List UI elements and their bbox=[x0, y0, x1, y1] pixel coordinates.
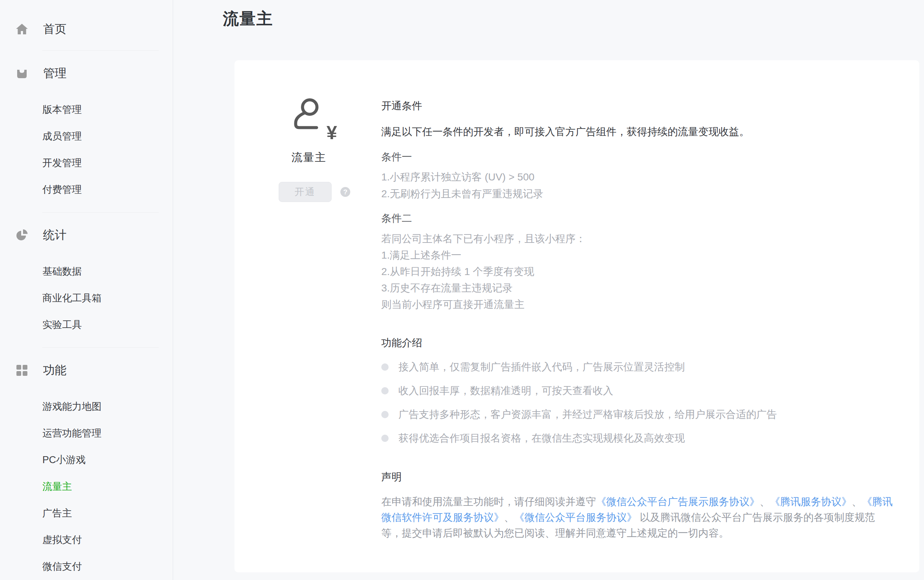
bullet-dot-icon bbox=[381, 411, 389, 418]
feature-summary-column: ¥ 流量主 开通 ? bbox=[279, 97, 388, 202]
pie-chart-icon bbox=[15, 229, 28, 242]
bullet-dot-icon bbox=[381, 435, 389, 442]
sidebar-item-monetization-toolbox[interactable]: 商业化工具箱 bbox=[0, 285, 173, 311]
traffic-master-card: ¥ 流量主 开通 ? 开通条件 满足以下任一条件的开发者，即可接入官方广告组件，… bbox=[234, 60, 919, 572]
condition2-lead: 若同公司主体名下已有小程序，且该小程序： bbox=[381, 231, 900, 247]
sidebar-divider bbox=[42, 50, 159, 51]
traffic-master-icon: ¥ bbox=[291, 97, 340, 138]
sidebar-item-stats[interactable]: 统计 bbox=[0, 224, 173, 247]
main-content: 流量主 ¥ 流量主 开通 ? 开通条件 满足以下任一条件的开发者，即可接入官方广… bbox=[173, 0, 924, 580]
condition2-title: 条件二 bbox=[381, 211, 900, 225]
agreement-link-mp-platform[interactable]: 《微信公众平台服务协议》 bbox=[514, 512, 637, 523]
sidebar-item-basic-data[interactable]: 基础数据 bbox=[0, 258, 173, 285]
condition1-item: 2.无刷粉行为且未曾有严重违规记录 bbox=[381, 186, 900, 202]
statement-separator: 、 bbox=[852, 496, 862, 508]
sidebar-item-game-capability-map[interactable]: 游戏能力地图 bbox=[0, 393, 173, 420]
page-title: 流量主 bbox=[223, 8, 273, 30]
open-conditions-intro: 满足以下任一条件的开发者，即可接入官方广告组件，获得持续的流量变现收益。 bbox=[381, 125, 900, 139]
statement-separator: 、 bbox=[760, 496, 770, 508]
feature-list-item: 收入回报丰厚，数据精准透明，可按天查看收入 bbox=[381, 379, 900, 402]
statement-paragraph: 在申请和使用流量主功能时，请仔细阅读并遵守《微信公众平台广告展示服务协议》、《腾… bbox=[381, 494, 893, 541]
statement-title: 声明 bbox=[381, 470, 900, 484]
sidebar: 首页 管理 版本管理 成员管理 开发管理 付费管理 统计 基础数据 商业化工具箱… bbox=[0, 0, 173, 580]
condition2-tail: 则当前小程序可直接开通流量主 bbox=[381, 296, 900, 313]
sidebar-item-label: 统计 bbox=[43, 227, 66, 243]
sidebar-item-pc-minigame[interactable]: PC小游戏 bbox=[0, 447, 173, 473]
bullet-dot-icon bbox=[381, 387, 389, 394]
sidebar-item-home[interactable]: 首页 bbox=[0, 18, 173, 41]
agreement-link-ad-display[interactable]: 《微信公众平台广告展示服务协议》 bbox=[596, 496, 760, 508]
feature-list-item: 广告支持多种形态，客户资源丰富，并经过严格审核后投放，给用户展示合适的广告 bbox=[381, 402, 900, 426]
sidebar-item-experiment-tools[interactable]: 实验工具 bbox=[0, 311, 173, 338]
sidebar-item-pay-manage[interactable]: 付费管理 bbox=[0, 176, 173, 203]
sidebar-item-features[interactable]: 功能 bbox=[0, 359, 173, 382]
condition1-list: 1.小程序累计独立访客 (UV) > 500 2.无刷粉行为且未曾有严重违规记录 bbox=[381, 169, 900, 202]
person-outline-icon bbox=[291, 97, 327, 133]
feature-list-item: 获得优选合作项目报名资格，在微信生态实现规模化及高效变现 bbox=[381, 426, 900, 450]
sidebar-item-dev-manage[interactable]: 开发管理 bbox=[0, 149, 173, 176]
sidebar-divider bbox=[42, 347, 159, 348]
home-icon bbox=[15, 23, 28, 36]
feature-list-item: 接入简单，仅需复制广告插件嵌入代码，广告展示位置灵活控制 bbox=[381, 355, 900, 379]
sidebar-item-label: 首页 bbox=[43, 21, 66, 37]
condition2-item: 3.历史不存在流量主违规记录 bbox=[381, 280, 900, 296]
open-conditions-title: 开通条件 bbox=[381, 99, 900, 113]
feature-name-label: 流量主 bbox=[292, 150, 388, 165]
sidebar-item-version-manage[interactable]: 版本管理 bbox=[0, 96, 173, 123]
sidebar-divider bbox=[42, 212, 159, 213]
bullet-dot-icon bbox=[381, 363, 389, 371]
condition2-item: 2.从昨日开始持续 1 个季度有变现 bbox=[381, 263, 900, 280]
sidebar-item-advertiser[interactable]: 广告主 bbox=[0, 500, 173, 526]
condition2-list: 若同公司主体名下已有小程序，且该小程序： 1.满足上述条件一 2.从昨日开始持续… bbox=[381, 231, 900, 313]
open-button[interactable]: 开通 bbox=[279, 182, 332, 202]
sidebar-item-manage[interactable]: 管理 bbox=[0, 62, 173, 85]
condition2-item: 1.满足上述条件一 bbox=[381, 247, 900, 263]
features-intro-title: 功能介绍 bbox=[381, 336, 900, 350]
sidebar-item-label: 管理 bbox=[43, 65, 66, 81]
sidebar-item-traffic-master[interactable]: 流量主 bbox=[0, 473, 173, 500]
yen-symbol: ¥ bbox=[326, 123, 337, 142]
statement-separator: 、 bbox=[504, 512, 514, 523]
statement-text: 在申请和使用流量主功能时，请仔细阅读并遵守 bbox=[381, 496, 596, 508]
grid-icon bbox=[15, 364, 28, 377]
sidebar-item-member-manage[interactable]: 成员管理 bbox=[0, 123, 173, 149]
condition1-item: 1.小程序累计独立访客 (UV) > 500 bbox=[381, 169, 900, 186]
sidebar-item-virtual-pay[interactable]: 虚拟支付 bbox=[0, 526, 173, 553]
help-icon[interactable]: ? bbox=[340, 187, 350, 197]
sidebar-item-operation-feature-manage[interactable]: 运营功能管理 bbox=[0, 420, 173, 447]
feature-detail-column: 开通条件 满足以下任一条件的开发者，即可接入官方广告组件，获得持续的流量变现收益… bbox=[381, 60, 900, 541]
condition1-title: 条件一 bbox=[381, 150, 900, 164]
inbox-icon bbox=[15, 67, 28, 80]
sidebar-item-label: 功能 bbox=[43, 362, 66, 378]
sidebar-item-wechat-pay[interactable]: 微信支付 bbox=[0, 553, 173, 580]
agreement-link-tencent-service[interactable]: 《腾讯服务协议》 bbox=[770, 496, 852, 508]
features-list: 接入简单，仅需复制广告插件嵌入代码，广告展示位置灵活控制 收入回报丰厚，数据精准… bbox=[381, 355, 900, 450]
